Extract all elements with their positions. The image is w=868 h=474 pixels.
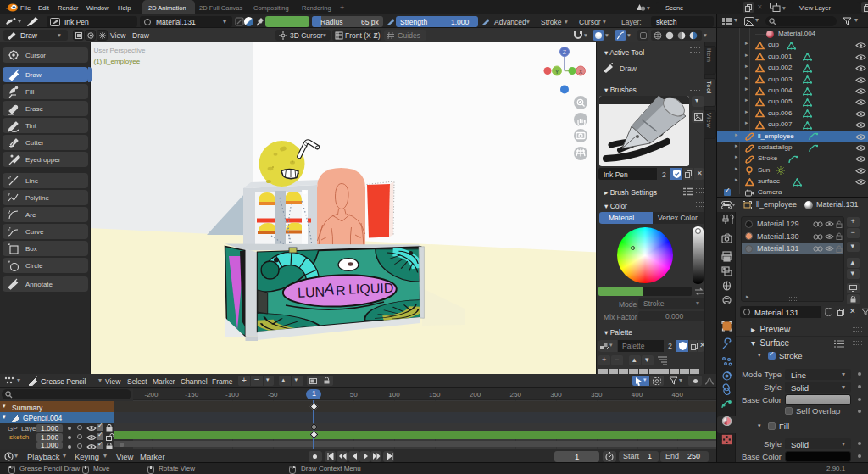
svg-text:LIQUID: LIQUID (348, 281, 394, 297)
svg-text:LUN: LUN (298, 285, 326, 300)
svg-text:R: R (336, 283, 346, 298)
svg-text:Y: Y (555, 69, 559, 75)
svg-text:X: X (579, 69, 583, 75)
svg-text:Z: Z (563, 49, 567, 55)
